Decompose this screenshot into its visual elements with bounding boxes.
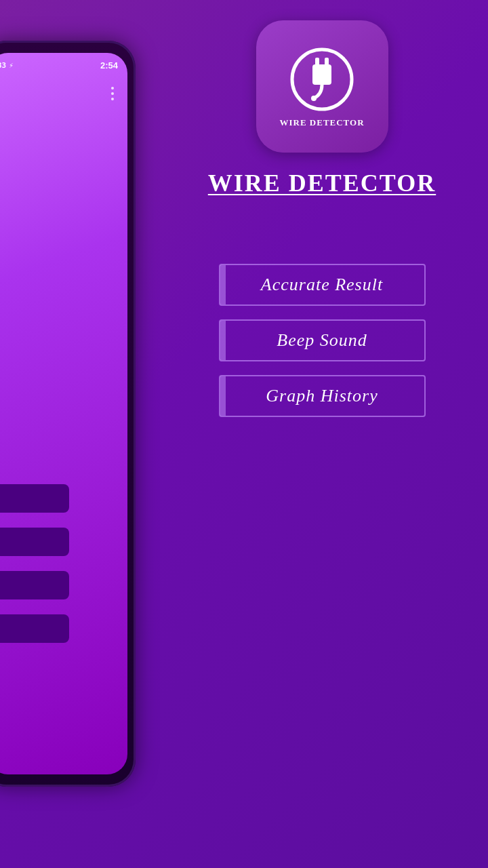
svg-point-4 [311,96,317,101]
svg-rect-2 [315,58,319,67]
dot-1 [111,87,114,90]
dot-3 [111,98,114,100]
menu-bar-3 [0,571,69,599]
battery-icon: 33 [0,61,6,70]
beep-sound-label: Beep Sound [277,330,367,351]
svg-rect-1 [312,64,331,85]
features-list: Accurate Result Beep Sound Graph History [156,264,488,431]
phone-menu-item-4[interactable] [0,609,127,648]
app-title: Wire Detector [208,169,436,197]
overflow-menu-button[interactable] [111,87,114,100]
app-icon-label: Wire Detector [279,117,364,128]
clock-display: 2:54 [100,60,118,71]
menu-bar-1 [0,484,69,513]
graph-history-label: Graph History [266,386,378,406]
main-content: Wire Detector Wire Detector Accurate Res… [156,0,488,868]
menu-bar-2 [0,528,69,556]
phone-body: 33 ⚡ 2:54 [0,41,136,787]
graph-history-button[interactable]: Graph History [219,375,426,417]
status-bar: 33 ⚡ 2:54 [0,53,127,75]
phone-menu-item-1[interactable] [0,479,127,518]
app-icon: Wire Detector [256,20,388,153]
battery-status: 33 ⚡ [0,61,14,70]
accurate-result-button[interactable]: Accurate Result [219,264,426,306]
lightning-icon: ⚡ [9,61,14,70]
accurate-result-label: Accurate Result [261,275,383,295]
plug-icon [288,45,356,113]
phone-menu-item-3[interactable] [0,566,127,605]
phone-mockup: 33 ⚡ 2:54 [0,41,156,827]
phone-menu-item-2[interactable] [0,522,127,561]
menu-bar-4 [0,614,69,643]
phone-menu-list [0,479,127,652]
beep-sound-button[interactable]: Beep Sound [219,319,426,361]
dot-2 [111,92,114,95]
phone-screen: 33 ⚡ 2:54 [0,53,127,774]
svg-rect-3 [325,58,329,67]
